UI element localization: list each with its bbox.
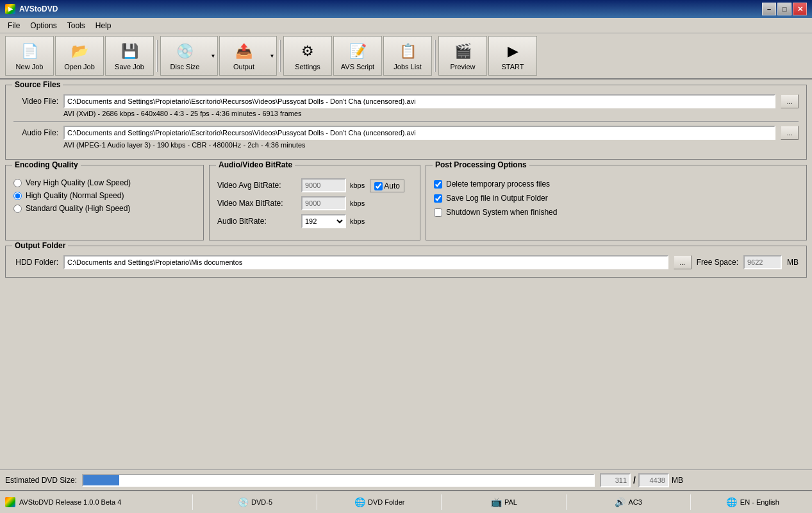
status-sep-1 (192, 494, 193, 510)
open-job-button[interactable]: 📂 Open Job (55, 36, 104, 76)
video-file-info: AVI (XviD) - 2686 kbps - 640x480 - 4:3 -… (63, 110, 799, 117)
minimize-button[interactable]: – (762, 3, 776, 15)
quality-very-high-label: Very High Quality (Low Speed) (26, 178, 131, 187)
auto-label: Auto (384, 181, 400, 190)
video-file-input[interactable] (63, 94, 775, 108)
save-job-icon: 💾 (119, 41, 140, 62)
title-bar-controls: – □ ✕ (762, 3, 807, 15)
preview-button[interactable]: 🎬 Preview (438, 36, 487, 76)
toolbar-sep-3 (435, 40, 436, 72)
hdd-folder-input[interactable] (63, 255, 668, 269)
source-files-section: Source Files Video File: ... AVI (XviD) … (5, 85, 807, 160)
dvd-size-unit: MB (672, 476, 683, 485)
status-app-text: AVStoDVD Release 1.0.0 Beta 4 (19, 498, 121, 506)
menu-options[interactable]: Options (25, 19, 62, 32)
settings-button[interactable]: ⚙ Settings (283, 36, 332, 76)
menu-help[interactable]: Help (90, 19, 117, 32)
dvd-size-current-input (600, 473, 631, 487)
output-arrow-button[interactable]: ▼ (268, 36, 277, 76)
video-max-bitrate-unit: kbps (350, 199, 365, 207)
disc-size-icon: 💿 (175, 41, 195, 62)
audio-file-label: Audio File: (13, 128, 58, 137)
output-button-group: 📤 Output ▼ (219, 36, 277, 76)
shutdown-row: Shutdown System when finished (434, 208, 799, 217)
output-button[interactable]: 📤 Output (219, 36, 268, 76)
audio-bitrate-select[interactable]: 128 192 256 320 (301, 214, 346, 228)
status-ac3-label: AC3 (629, 498, 642, 506)
dvd-folder-icon: 🌐 (354, 496, 365, 508)
quality-high-row: High Quality (Normal Speed) (13, 191, 195, 200)
status-app-label: AVStoDVD Release 1.0.0 Beta 4 (5, 497, 185, 507)
source-files-title: Source Files (12, 80, 63, 89)
close-button[interactable]: ✕ (793, 3, 807, 15)
delete-temp-checkbox[interactable] (434, 180, 442, 189)
status-language[interactable]: 🌐 EN - English (699, 496, 807, 508)
save-log-row: Save Log file in Output Folder (434, 194, 799, 203)
maximize-button[interactable]: □ (777, 3, 791, 15)
status-dvd-folder[interactable]: 🌐 DVD Folder (325, 496, 433, 508)
video-file-row: Video File: ... (13, 94, 799, 108)
status-pal[interactable]: 📺 PAL (449, 496, 558, 508)
hdd-browse-button[interactable]: ... (674, 255, 692, 269)
video-max-bitrate-input[interactable] (301, 196, 346, 210)
video-avg-bitrate-label: Video Avg BitRate: (217, 181, 297, 190)
status-dvd-folder-label: DVD Folder (368, 498, 404, 506)
menu-file[interactable]: File (3, 19, 25, 32)
quality-high-radio[interactable] (13, 192, 22, 200)
video-max-bitrate-label: Video Max BitRate: (217, 199, 297, 208)
settings-icon: ⚙ (297, 41, 318, 62)
disc-size-button[interactable]: 💿 Disc Size (160, 36, 209, 76)
start-button[interactable]: ▶ START (488, 36, 537, 76)
audio-bitrate-unit: kbps (350, 217, 365, 225)
audio-bitrate-label: Audio BitRate: (217, 217, 297, 226)
video-browse-button[interactable]: ... (781, 94, 799, 108)
language-icon: 🌐 (726, 496, 738, 508)
audio-file-row: Audio File: ... (13, 126, 799, 140)
free-space-input (743, 255, 782, 269)
status-ac3[interactable]: 🔊 AC3 (574, 496, 683, 508)
free-space-unit: MB (787, 258, 799, 267)
status-dvd5[interactable]: 💿 DVD-5 (201, 496, 309, 508)
status-sep-4 (566, 494, 567, 510)
avs-script-label: AVS Script (341, 63, 374, 71)
dvd-size-label: Estimated DVD Size: (5, 476, 77, 485)
avs-script-button[interactable]: 📝 AVS Script (333, 36, 382, 76)
av-bitrate-section: Audio/Video BitRate Video Avg BitRate: k… (209, 165, 420, 240)
dvd5-icon: 💿 (237, 496, 249, 508)
save-job-button[interactable]: 💾 Save Job (105, 36, 154, 76)
toolbar-sep-2 (279, 40, 281, 72)
delete-temp-row: Delete temporary process files (434, 180, 799, 189)
new-job-button[interactable]: 📄 New Job (5, 36, 54, 76)
new-job-icon: 📄 (19, 41, 40, 62)
auto-checkbox[interactable] (374, 182, 383, 190)
shutdown-checkbox[interactable] (434, 208, 442, 217)
avs-script-icon: 📝 (347, 41, 368, 62)
menu-bar: File Options Tools Help (0, 18, 812, 33)
bitrate-fields: Video Avg BitRate: kbps Video Max BitRat… (217, 174, 365, 232)
preview-label: Preview (450, 63, 475, 71)
jobs-list-label: Jobs List (394, 63, 421, 71)
audio-bitrate-row: Audio BitRate: 128 192 256 320 kbps (217, 214, 365, 228)
delete-temp-label: Delete temporary process files (446, 180, 550, 189)
audio-file-input[interactable] (63, 126, 775, 140)
dvd-size-bar-fill (83, 475, 119, 485)
main-content: Source Files Video File: ... AVI (XviD) … (0, 80, 812, 469)
quality-very-high-row: Very High Quality (Low Speed) (13, 178, 195, 187)
save-log-label: Save Log file in Output Folder (446, 194, 548, 203)
title-bar-left: ▶ AVStoDVD (5, 4, 58, 14)
video-avg-bitrate-input[interactable] (301, 178, 346, 192)
save-log-checkbox[interactable] (434, 194, 442, 203)
toolbar: 📄 New Job 📂 Open Job 💾 Save Job 💿 Disc S… (0, 33, 812, 80)
disc-size-arrow-button[interactable]: ▼ (209, 36, 218, 76)
jobs-list-button[interactable]: 📋 Jobs List (383, 36, 432, 76)
auto-checkbox-container: Auto (370, 174, 404, 192)
video-avg-bitrate-row: Video Avg BitRate: kbps (217, 178, 365, 192)
menu-tools[interactable]: Tools (62, 19, 90, 32)
dvd-size-bar-container (82, 474, 595, 487)
title-bar: ▶ AVStoDVD – □ ✕ (0, 0, 812, 18)
quality-standard-radio[interactable] (13, 205, 22, 213)
audio-browse-button[interactable]: ... (781, 126, 799, 140)
ac3-icon: 🔊 (615, 496, 626, 508)
open-job-icon: 📂 (69, 41, 90, 62)
quality-very-high-radio[interactable] (13, 179, 22, 187)
